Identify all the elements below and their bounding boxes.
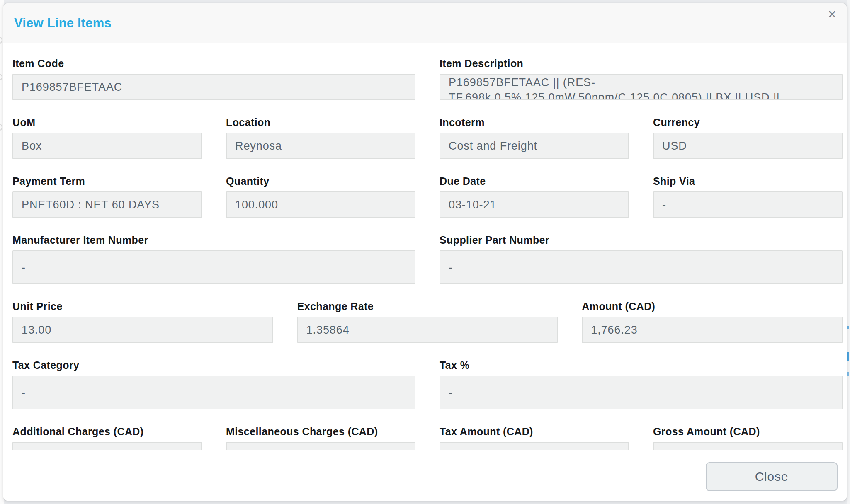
field-supplier-part-number: Supplier Part Number - [440,234,843,284]
field-label: Item Description [440,57,843,70]
field-quantity: Quantity 100.000 [226,175,415,218]
field-value: 1,766.23 [653,442,843,450]
field-label: Additional Charges (CAD) [12,425,202,438]
field-value: - [653,191,843,218]
field-label: Location [226,116,415,128]
field-value: 13.00 [12,317,273,343]
field-label: Currency [653,116,843,128]
field-label: Unit Price [12,300,273,313]
field-miscellaneous-charges-cad: Miscellaneous Charges (CAD) - [226,425,415,450]
description-line-1: P169857BFETAAC || (RES- [449,75,836,90]
background-text-fragment [0,124,2,131]
field-exchange-rate: Exchange Rate 1.35864 [297,300,558,343]
field-additional-charges-cad: Additional Charges (CAD) - [12,425,202,450]
field-manufacturer-item-number: Manufacturer Item Number - [12,234,415,284]
field-ship-via: Ship Via - [653,175,843,218]
field-tax-percent: Tax % - [440,359,843,410]
field-value: USD [653,133,843,159]
view-line-items-modal: View Line Items ✕ Item Code P169857BFETA… [3,3,847,501]
field-label: Amount (CAD) [582,300,843,313]
field-value: P169857BFETAAC || (RES- TF,698k,0.5%,125… [440,74,843,100]
modal-header: View Line Items ✕ [3,3,847,43]
field-location: Location Reynosa [226,116,415,159]
field-value: PNET60D : NET 60 DAYS [12,191,202,218]
background-link-fragment [847,352,849,361]
modal-title: View Line Items [14,16,112,31]
field-label: Quantity [226,175,415,187]
field-label: Supplier Part Number [440,234,843,246]
field-value: - [440,376,843,410]
field-value: - [12,250,415,284]
field-item-description: Item Description P169857BFETAAC || (RES-… [440,57,843,100]
field-payment-term: Payment Term PNET60D : NET 60 DAYS [12,175,202,218]
field-label: Miscellaneous Charges (CAD) [226,425,415,438]
field-label: Exchange Rate [297,300,558,313]
close-button[interactable]: Close [706,462,838,491]
modal-footer: Close [3,450,847,501]
field-value: - [440,250,843,284]
field-value: - [12,442,202,450]
field-label: Ship Via [653,175,843,187]
background-text-fragment [0,74,2,80]
close-icon[interactable]: ✕ [827,8,837,21]
field-label: Gross Amount (CAD) [653,425,843,438]
field-label: Due Date [440,175,629,187]
field-due-date: Due Date 03-10-21 [440,175,629,218]
field-label: Tax % [440,359,843,371]
field-label: Tax Category [12,359,415,371]
field-value: 100.000 [226,191,415,218]
field-item-code: Item Code P169857BFETAAC [12,57,415,100]
field-tax-amount-cad: Tax Amount (CAD) - [440,425,629,450]
field-label: Tax Amount (CAD) [440,425,629,438]
field-gross-amount-cad: Gross Amount (CAD) 1,766.23 [653,425,843,450]
field-label: Payment Term [12,175,202,187]
field-label: Item Code [12,57,415,70]
field-incoterm: Incoterm Cost and Freight [440,116,629,159]
field-amount-cad: Amount (CAD) 1,766.23 [582,300,843,343]
field-value: 1,766.23 [582,317,843,343]
description-line-2: TF,698k,0.5%,125.0mW,50ppm/C,125.0C,0805… [449,90,836,100]
field-currency: Currency USD [653,116,843,159]
fields-grid: Item Code P169857BFETAAC Item Descriptio… [12,57,843,450]
field-value: - [226,442,415,450]
field-uom: UoM Box [12,116,202,159]
field-value: - [440,442,629,450]
field-value: Reynosa [226,133,415,159]
field-value: Cost and Freight [440,133,629,159]
background-page-right-strip [847,0,850,504]
field-value: - [12,376,415,410]
background-text-fragment [0,36,2,44]
modal-body: Item Code P169857BFETAAC Item Descriptio… [3,43,847,450]
field-value: 1.35864 [297,317,558,343]
background-link-fragment [847,326,849,329]
field-unit-price: Unit Price 13.00 [12,300,273,343]
background-link-fragment [847,372,849,376]
field-tax-category: Tax Category - [12,359,415,410]
field-label: Manufacturer Item Number [12,234,415,246]
field-label: UoM [12,116,202,128]
field-label: Incoterm [440,116,629,128]
field-value: P169857BFETAAC [12,74,415,100]
field-value: Box [12,133,202,159]
field-value: 03-10-21 [440,191,629,218]
